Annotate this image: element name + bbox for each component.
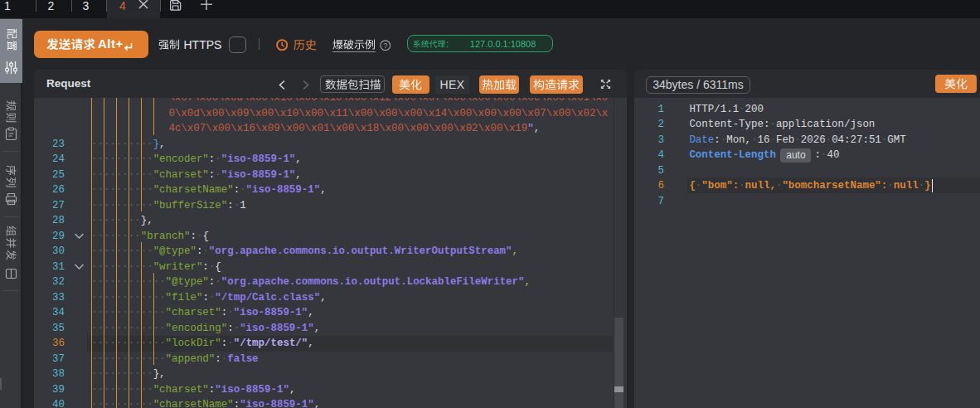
svg-text:?: ?: [383, 41, 387, 49]
